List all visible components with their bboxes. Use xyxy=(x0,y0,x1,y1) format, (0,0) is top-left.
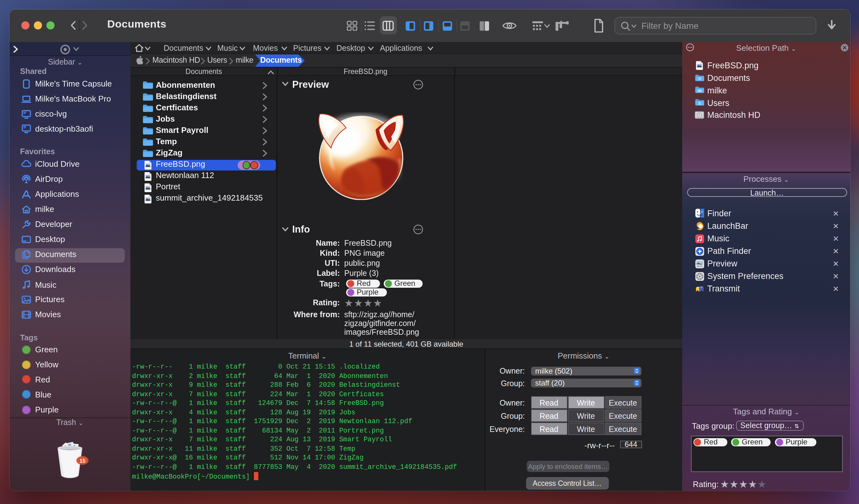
svg-text:15: 15 xyxy=(79,457,86,463)
